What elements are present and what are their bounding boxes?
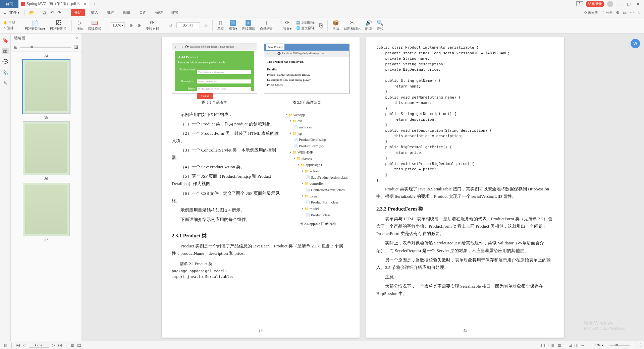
attachment-icon[interactable]: 📎: [2, 69, 9, 76]
figure-2-2: ← → ⟳localhost:8080/appdesign1/input-pro…: [172, 44, 257, 94]
float-help-button[interactable]: W: [631, 39, 640, 48]
zoom-slider[interactable]: [609, 345, 630, 346]
hand-tool[interactable]: ✋ 手型: [3, 20, 15, 25]
file-menu[interactable]: 文件 ▾: [9, 10, 19, 15]
menu-start[interactable]: 开始: [71, 9, 85, 16]
avatar[interactable]: [607, 1, 613, 7]
menu-edit[interactable]: 编辑: [120, 9, 133, 16]
menu-convert[interactable]: 转换: [169, 9, 181, 16]
body-text: 下面详细介绍示例应用的每个组件。: [172, 216, 282, 223]
screen-icon[interactable]: ▭: [623, 10, 627, 15]
menu-page[interactable]: 页面: [137, 9, 149, 16]
separator: [106, 20, 106, 31]
autoscroll[interactable]: ↕自动滚动: [260, 20, 273, 31]
thumb-tool-icon[interactable]: ⊞: [14, 45, 17, 50]
zoom-in-icon[interactable]: +: [632, 343, 634, 348]
full-translate[interactable]: 🌐 全文翻译: [296, 26, 315, 31]
menu-annotate[interactable]: 批注: [104, 9, 117, 16]
maximize-button[interactable]: ▢: [625, 2, 632, 6]
separator: [588, 343, 588, 348]
share-button[interactable]: ↗ 分享: [601, 10, 612, 15]
first-page-icon[interactable]: ⏮: [16, 343, 20, 348]
select-tool[interactable]: ↖ 选择: [3, 26, 15, 31]
zoom-in-icon[interactable]: ⊕: [138, 23, 141, 28]
sync-status[interactable]: ⟳ 未同步: [584, 10, 598, 15]
fit-icon[interactable]: ⊡: [569, 343, 572, 348]
separator: [164, 20, 164, 31]
layout-icon[interactable]: ▯▯: [551, 343, 555, 348]
content-viewport[interactable]: W ← → ⟳localhost:8080/appdesign1/input-p…: [82, 34, 644, 341]
thumbnail-list[interactable]: 34 35 36 37: [11, 52, 82, 341]
layout-icon[interactable]: ▯: [540, 343, 542, 348]
fit-icon[interactable]: ↔: [580, 343, 585, 348]
settings-icon[interactable]: ⚙: [616, 10, 620, 15]
prev-page-icon[interactable]: ◁: [169, 23, 172, 28]
statusbar: ▥ ⏮ ◁ 35/341 ▷ ⏭ ▦ ▤ ▯ ▯▯ ▯▯ ▦ ⊡ ◫ ↔ 100…: [0, 341, 644, 349]
redo-icon[interactable]: ↷: [57, 10, 61, 15]
more-icon[interactable]: ⋯: [630, 10, 634, 15]
screenshot-compare[interactable]: ✂截图和对比: [344, 20, 361, 31]
zoom-out-icon[interactable]: ⊖: [129, 23, 133, 28]
file-tab[interactable]: Spring MVC...南（第2版）.pdf ⇱ ×: [18, 0, 89, 8]
separator: [327, 20, 328, 31]
sidebar-toggle-icon[interactable]: ▥: [3, 343, 7, 348]
layout-icon[interactable]: ▦: [557, 343, 561, 348]
compress[interactable]: 📦压缩: [332, 20, 339, 31]
minimize-button[interactable]: —: [616, 2, 623, 6]
pdf-to-image[interactable]: 🖼PDF转图片: [50, 20, 67, 31]
pdf-to-office[interactable]: 📄PDF转Office▾: [25, 20, 45, 31]
pin-icon[interactable]: ⇱: [77, 2, 80, 6]
fullscreen-icon[interactable]: ⛶: [636, 343, 641, 348]
thumbnail-item[interactable]: [23, 121, 70, 175]
find[interactable]: 🔍查找: [377, 20, 383, 31]
next-page-icon[interactable]: ▷: [205, 23, 208, 28]
zoom-out-icon[interactable]: −: [605, 343, 608, 348]
separator: [66, 10, 66, 15]
zoom-input[interactable]: 100% ▾: [111, 22, 125, 28]
continuous-read[interactable]: ≡连续阅读: [242, 20, 255, 31]
menu-insert[interactable]: 插入: [88, 9, 101, 16]
word-translate[interactable]: 🔤 划词翻译: [296, 20, 315, 25]
signature-icon[interactable]: ✎: [2, 80, 9, 86]
background[interactable]: ⟳背景▾: [283, 20, 291, 31]
login-button[interactable]: 访客登录: [586, 1, 604, 7]
thumbnail-icon[interactable]: ▦: [2, 48, 9, 54]
play-button[interactable]: ▷播放: [76, 20, 83, 31]
prev-page-icon[interactable]: ◁: [23, 343, 26, 348]
view-icon[interactable]: ▦: [70, 343, 74, 348]
page-input[interactable]: 35/341: [176, 22, 200, 28]
menu-protect[interactable]: 保护: [153, 9, 165, 16]
thumbnail-size-slider[interactable]: [20, 47, 71, 48]
open-icon[interactable]: 📂: [29, 10, 35, 15]
read-aloud[interactable]: 🔊朗读: [365, 20, 372, 31]
print-icon[interactable]: 🖨: [43, 10, 47, 15]
last-page-icon[interactable]: ⏭: [58, 343, 62, 348]
close-panel-icon[interactable]: ×: [75, 36, 78, 41]
zoom-level[interactable]: 100% ▾: [592, 343, 603, 347]
close-button[interactable]: ✕: [635, 2, 641, 6]
next-page-icon[interactable]: ▷: [52, 343, 55, 348]
bookmark-icon[interactable]: 🔖: [2, 37, 9, 44]
hamburger-icon[interactable]: ≡: [3, 10, 6, 15]
page-number-input[interactable]: 35/341: [29, 343, 49, 348]
extract-icon[interactable]: ⎘: [319, 22, 323, 28]
view-icon-2[interactable]: ▤: [77, 343, 81, 348]
fit-icon[interactable]: ◫: [574, 343, 578, 348]
double-page[interactable]: ▯▯双页▾: [229, 20, 237, 31]
new-tab-button[interactable]: +: [89, 1, 99, 7]
thumb-settings-icon[interactable]: 🖼: [74, 45, 78, 50]
main-area: 🔖 ▦ 💬 📎 ✎ 缩略图 × ⊞ 🖼 34 35 36 37 W: [0, 34, 644, 341]
read-mode[interactable]: 📖阅读模式: [88, 20, 101, 31]
notification-badge[interactable]: 1: [576, 1, 583, 6]
comment-icon[interactable]: 💬: [2, 58, 9, 65]
undo-icon[interactable]: ↶: [50, 10, 54, 15]
home-tab[interactable]: 首页: [0, 0, 18, 8]
close-tab-icon[interactable]: ×: [84, 1, 86, 7]
collapse-icon[interactable]: ㄟ: [637, 10, 641, 15]
thumbnail-item[interactable]: [23, 183, 70, 236]
layout-icon[interactable]: ▯▯: [544, 343, 549, 348]
thumbnail-title: 缩略图: [14, 36, 25, 41]
thumbnail-item[interactable]: [23, 60, 70, 114]
rotate-button[interactable]: ⟳旋转文档: [146, 20, 159, 31]
single-page[interactable]: ▯单页: [217, 20, 224, 31]
